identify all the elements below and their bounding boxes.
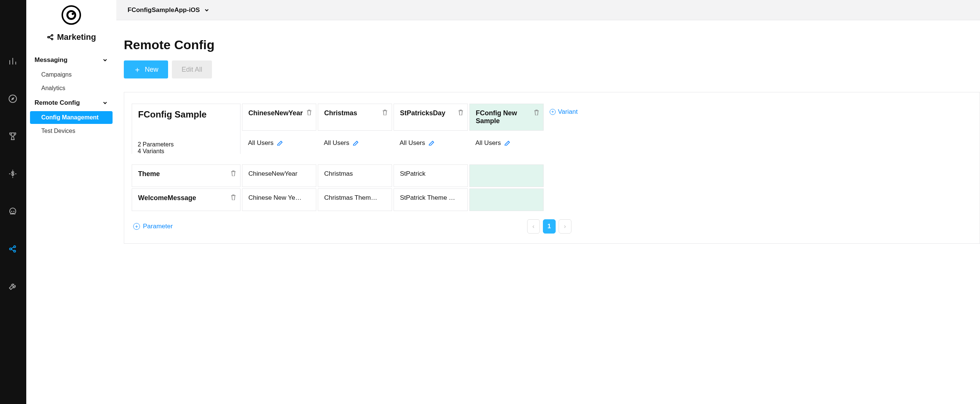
param-value-cell[interactable]: Christmas [318, 165, 386, 187]
brand-logo-icon [62, 5, 81, 25]
navsection-messaging[interactable]: Messaging [26, 53, 116, 67]
brand-title: Marketing [46, 32, 96, 42]
plus-icon: ＋ [134, 65, 141, 75]
svg-point-7 [48, 37, 49, 38]
main: FConfigSampleApp-iOS Remote Config ＋ New… [116, 0, 980, 404]
delete-variant-button[interactable] [457, 109, 464, 117]
audience-label: All Users [324, 139, 349, 147]
sidebar-item-campaigns[interactable]: Campaigns [30, 68, 113, 81]
svg-point-3 [13, 211, 14, 212]
sidebar-item-config-management[interactable]: Config Management [30, 111, 113, 124]
dollar-sparkle-icon [8, 169, 18, 179]
navsection-remoteconfig[interactable]: Remote Config [26, 95, 116, 110]
param-value-cell[interactable]: ChineseNewYear [242, 165, 310, 187]
rail-achieve[interactable] [0, 128, 26, 146]
add-parameter-link[interactable]: + Parameter [133, 223, 173, 230]
rail-monetize[interactable] [0, 165, 26, 183]
sidebar-item-analytics[interactable]: Analytics [30, 82, 113, 94]
navsection-label: Messaging [35, 56, 68, 64]
pager-next[interactable]: › [558, 219, 571, 233]
rail-analytics[interactable] [0, 53, 26, 70]
share-nodes-icon [8, 244, 18, 254]
topbar: FConfigSampleApp-iOS [116, 0, 980, 20]
svg-marker-1 [11, 97, 14, 100]
config-name: FConfig Sample [138, 109, 234, 120]
delete-param-button[interactable] [230, 169, 236, 178]
chevron-down-icon [102, 57, 108, 63]
edit-audience-button[interactable] [504, 139, 511, 148]
audience-label: All Users [399, 139, 425, 147]
delete-variant-button[interactable] [305, 109, 312, 117]
param-value-cell[interactable] [470, 165, 537, 187]
rail-crash[interactable] [0, 203, 26, 221]
chevron-down-icon [204, 7, 210, 13]
new-button-label: New [145, 66, 158, 73]
skull-icon [8, 207, 18, 217]
brand-title-text: Marketing [57, 32, 96, 42]
variant-header[interactable]: StPatricksDay [400, 109, 445, 117]
add-parameter-label: Parameter [143, 223, 173, 230]
pager: ‹ 1 › [527, 219, 571, 233]
edit-audience-button[interactable] [277, 139, 283, 148]
audience-label: All Users [248, 139, 274, 147]
variant-header[interactable]: FConfig New Sample [476, 109, 517, 125]
rail-settings[interactable] [0, 278, 26, 296]
delete-variant-button[interactable] [533, 109, 539, 117]
edit-audience-button[interactable] [352, 139, 359, 148]
icon-rail [0, 0, 26, 404]
trophy-icon [8, 132, 18, 142]
sidebar-item-test-devices[interactable]: Test Devices [30, 125, 113, 137]
audience-label: All Users [476, 139, 501, 147]
compass-icon [8, 94, 18, 104]
param-value-cell[interactable]: Christmas Theme Fetc… [318, 189, 386, 211]
rail-explore[interactable] [0, 90, 26, 108]
share-nodes-icon [46, 34, 54, 41]
app-selector[interactable]: FConfigSampleApp-iOS [127, 6, 200, 14]
config-summary-params: 2 Parameters [138, 141, 234, 148]
circle-plus-icon: + [550, 109, 556, 115]
page-title: Remote Config [116, 38, 980, 52]
config-panel: FConfig Sample ChineseNewYear Christmas … [124, 92, 980, 244]
delete-variant-button[interactable] [381, 109, 388, 117]
content: Remote Config ＋ New Edit All FConfig Sam… [116, 20, 980, 259]
pager-page[interactable]: 1 [543, 219, 556, 233]
circle-plus-icon: + [133, 223, 140, 230]
chevron-down-icon [102, 100, 108, 106]
pager-prev[interactable]: ‹ [527, 219, 540, 233]
param-value-cell[interactable]: Chinese New Year The… [242, 189, 310, 211]
delete-param-button[interactable] [230, 193, 236, 202]
new-button[interactable]: ＋ New [124, 61, 168, 78]
config-grid: FConfig Sample ChineseNewYear Christmas … [130, 102, 545, 212]
navsection-label: Remote Config [35, 99, 80, 107]
svg-point-9 [51, 38, 53, 40]
add-variant-label: Variant [558, 108, 578, 116]
param-value-cell[interactable] [470, 189, 537, 211]
param-value-cell[interactable]: StPatrick Theme Fetc… [394, 189, 461, 211]
config-summary-variants: 4 Variants [138, 148, 234, 155]
bar-chart-icon [8, 57, 18, 67]
edit-all-button[interactable]: Edit All [172, 61, 212, 78]
param-value-cell[interactable]: StPatrick [394, 165, 461, 187]
rail-marketing[interactable] [0, 240, 26, 258]
variant-header[interactable]: Christmas [324, 109, 357, 117]
param-name[interactable]: WelcomeMessage [138, 194, 196, 202]
grid-footer: + Parameter ‹ 1 › [130, 219, 974, 233]
brand: Marketing [26, 5, 116, 42]
svg-point-8 [51, 35, 53, 36]
sidebar: Marketing Messaging Campaigns Analytics … [26, 0, 116, 404]
action-row: ＋ New Edit All [116, 61, 980, 78]
variant-header[interactable]: ChineseNewYear [248, 109, 303, 117]
wrench-icon [8, 282, 18, 292]
add-variant-link[interactable]: + Variant [545, 102, 580, 116]
edit-audience-button[interactable] [428, 139, 435, 148]
param-name[interactable]: Theme [138, 170, 160, 177]
svg-point-2 [11, 211, 12, 212]
